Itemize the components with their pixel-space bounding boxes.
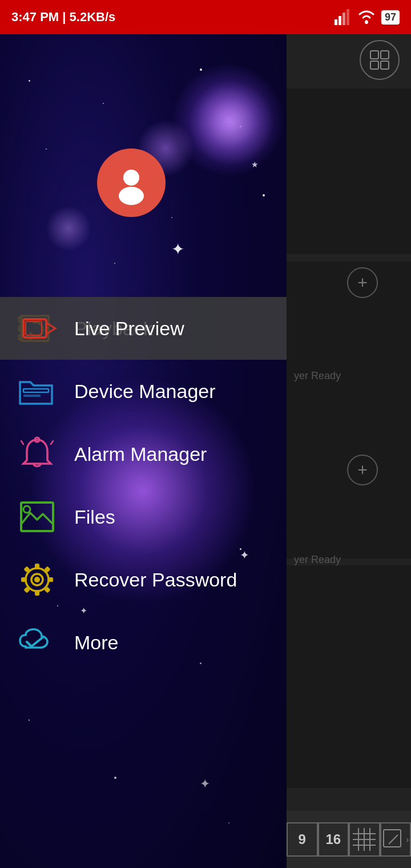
svg-rect-26: [23, 389, 49, 392]
svg-line-29: [21, 441, 23, 444]
grid-layout-icon: [368, 49, 391, 71]
add-channel-button-2[interactable]: +: [347, 455, 378, 485]
grid-pattern-icon[interactable]: [349, 822, 380, 857]
right-panel-1: [287, 89, 411, 254]
status-icons: 97: [335, 9, 400, 25]
menu-item-alarm-manager[interactable]: Alarm Manager: [0, 423, 287, 485]
svg-rect-8: [381, 61, 389, 69]
svg-rect-3: [346, 9, 349, 25]
svg-rect-15: [384, 830, 401, 847]
svg-rect-2: [342, 13, 345, 25]
svg-rect-36: [21, 577, 27, 582]
recover-password-label: Recover Password: [74, 569, 237, 591]
battery-level: 97: [385, 11, 396, 23]
right-panel-2: [287, 262, 411, 558]
svg-rect-21: [26, 322, 42, 335]
alarm-manager-icon: [17, 434, 57, 474]
menu-item-recover-password[interactable]: Recover Password: [0, 548, 287, 611]
svg-rect-35: [35, 590, 39, 596]
grid-icon-button[interactable]: [360, 40, 400, 80]
add-channel-button-1[interactable]: +: [347, 267, 378, 298]
svg-point-4: [365, 21, 368, 24]
user-avatar[interactable]: [97, 148, 166, 217]
status-time-speed: 3:47 PM | 5.2KB/s: [11, 10, 115, 25]
status-speed: 5.2KB/s: [70, 10, 116, 24]
svg-point-18: [123, 170, 139, 186]
svg-point-32: [23, 506, 30, 513]
svg-rect-37: [47, 577, 53, 582]
files-icon: [17, 497, 57, 537]
close-display-icon[interactable]: ›: [380, 822, 412, 857]
device-manager-label: Device Manager: [74, 380, 216, 403]
player-ready-2: yer Ready: [294, 554, 341, 566]
navigation-drawer: Live Preview Playback: [0, 297, 287, 868]
drawer-background: ✦ ✦ ✦ ✦ ★ Live: [0, 34, 287, 868]
svg-rect-7: [370, 61, 378, 69]
svg-rect-1: [339, 16, 341, 25]
more-icon: [17, 622, 57, 662]
svg-rect-34: [35, 564, 39, 569]
live-preview-icon: [17, 308, 57, 348]
svg-point-43: [34, 577, 40, 582]
alarm-manager-label: Alarm Manager: [74, 443, 207, 465]
svg-rect-0: [335, 19, 337, 25]
svg-rect-5: [370, 51, 378, 59]
recover-password-icon: [17, 560, 57, 600]
files-label: Files: [74, 506, 115, 528]
channel-count-16[interactable]: 16: [318, 822, 349, 857]
svg-rect-6: [381, 51, 389, 59]
menu-item-more[interactable]: More: [0, 611, 287, 674]
svg-line-16: [389, 835, 398, 844]
channel-count-9[interactable]: 9: [287, 822, 318, 857]
player-ready-1: yer Ready: [294, 370, 341, 382]
menu-item-device-manager[interactable]: Device Manager: [0, 360, 287, 423]
right-panel-3: [287, 565, 411, 788]
device-manager-icon: [17, 371, 57, 411]
status-bar: 3:47 PM | 5.2KB/s 97: [0, 0, 411, 34]
separator: |: [62, 10, 69, 24]
menu-item-live-preview[interactable]: Live Preview: [0, 297, 287, 360]
more-label: More: [74, 632, 118, 654]
svg-point-19: [119, 187, 144, 205]
signal-icon: [335, 9, 352, 25]
wifi-icon: [357, 10, 376, 25]
bottom-controls: 9 16 ›: [287, 811, 411, 868]
menu-item-files[interactable]: Files: [0, 485, 287, 548]
svg-rect-27: [23, 395, 41, 397]
status-time: 3:47 PM: [11, 10, 59, 24]
live-preview-label: Live Preview: [74, 318, 184, 340]
svg-line-30: [51, 441, 53, 444]
battery-indicator: 97: [381, 10, 400, 25]
